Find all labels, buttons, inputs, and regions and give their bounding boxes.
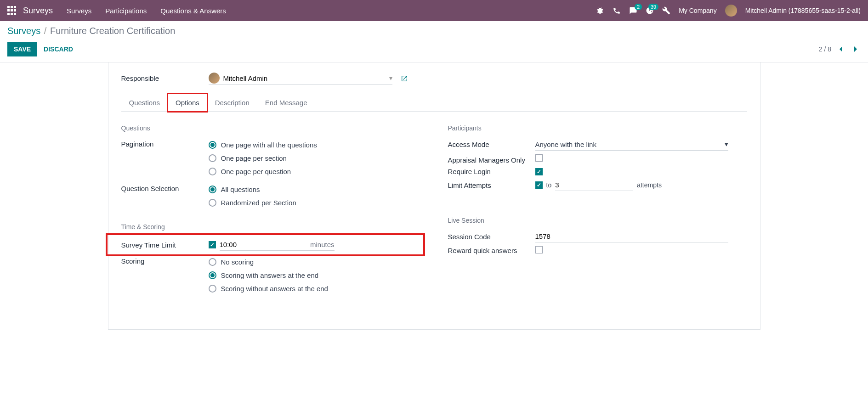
tab-content-options: Questions Pagination One page with all t… [121, 112, 747, 311]
action-bar: SAVE DISCARD 2 / 8 [0, 39, 868, 62]
tab-description[interactable]: Description [207, 94, 257, 112]
menu-participations[interactable]: Participations [105, 7, 147, 15]
user-avatar[interactable] [725, 5, 737, 17]
time-limit-checkbox[interactable] [209, 241, 216, 248]
nav-right: 2 39 My Company Mitchell Admin (17885655… [596, 5, 861, 17]
session-code-input[interactable] [535, 231, 728, 242]
qselection-random[interactable]: Randomized per Section [209, 196, 420, 209]
scoring-without-answers[interactable]: Scoring without answers at the end [209, 282, 420, 295]
phone-icon[interactable] [613, 6, 621, 15]
form-sheet: Responsible ▾ Questions Options Descript… [108, 62, 760, 330]
menu-surveys[interactable]: Surveys [67, 7, 91, 15]
activities-icon[interactable]: 39 [646, 6, 654, 15]
pager-prev[interactable] [836, 44, 846, 54]
tab-end-message[interactable]: End Message [257, 94, 315, 112]
breadcrumb-bar: Surveys / Furniture Creation Certificati… [0, 21, 868, 39]
appraisal-checkbox[interactable] [535, 154, 543, 162]
responsible-input[interactable]: ▾ [209, 72, 392, 85]
section-time-scoring-title: Time & Scoring [121, 223, 420, 231]
pagination-option-section[interactable]: One page per section [209, 152, 420, 165]
section-participants-title: Participants [448, 124, 747, 132]
access-mode-label: Access Mode [448, 141, 535, 148]
messages-badge: 2 [635, 4, 642, 10]
section-questions-title: Questions [121, 124, 420, 132]
debug-icon[interactable] [596, 6, 604, 15]
main-menu: Surveys Participations Questions & Answe… [67, 7, 226, 15]
responsible-label: Responsible [121, 74, 209, 82]
require-login-label: Require Login [448, 168, 535, 175]
messages-icon[interactable]: 2 [629, 6, 637, 15]
tools-icon[interactable] [662, 6, 670, 15]
discard-button[interactable]: DISCARD [44, 45, 73, 53]
time-limit-unit: minutes [310, 241, 335, 248]
access-mode-select[interactable]: Anyone with the link ▾ [535, 138, 728, 151]
limit-attempts-prefix: to [546, 181, 552, 189]
company-name[interactable]: My Company [679, 7, 716, 14]
breadcrumb-separator: / [44, 26, 47, 36]
breadcrumb-root[interactable]: Surveys [7, 26, 40, 36]
external-link-icon[interactable] [401, 75, 408, 82]
chevron-down-icon: ▾ [725, 140, 728, 148]
breadcrumb-current: Furniture Creation Certification [50, 26, 175, 36]
breadcrumb: Surveys / Furniture Creation Certificati… [7, 26, 175, 36]
time-limit-input[interactable] [220, 239, 266, 250]
menu-questions-answers[interactable]: Questions & Answers [160, 7, 226, 15]
responsible-text[interactable] [223, 74, 389, 82]
scoring-with-answers[interactable]: Scoring with answers at the end [209, 269, 420, 282]
reward-label: Reward quick answers [448, 247, 535, 254]
chevron-down-icon[interactable]: ▾ [389, 74, 392, 82]
pager-text: 2 / 8 [819, 45, 831, 53]
require-login-checkbox[interactable] [535, 168, 543, 175]
scoring-none[interactable]: No scoring [209, 255, 420, 269]
scoring-label: Scoring [121, 255, 209, 265]
appraisal-label: Appraisal Managers Only [448, 154, 535, 164]
question-selection-label: Question Selection [121, 183, 209, 192]
limit-attempts-label: Limit Attempts [448, 181, 535, 189]
user-name[interactable]: Mitchell Admin (17885655-saas-15-2-all) [745, 7, 861, 14]
responsible-field: Responsible ▾ [121, 72, 747, 85]
activities-badge: 39 [648, 4, 658, 10]
tab-questions[interactable]: Questions [121, 94, 168, 112]
time-limit-row: Survey Time Limit minutes [121, 237, 420, 253]
pagination-label: Pagination [121, 138, 209, 148]
limit-attempts-checkbox[interactable] [535, 181, 543, 189]
limit-attempts-input[interactable] [555, 179, 633, 191]
session-code-label: Session Code [448, 233, 535, 241]
limit-attempts-suffix: attempts [637, 181, 662, 189]
responsible-avatar [209, 73, 220, 84]
qselection-all[interactable]: All questions [209, 183, 420, 196]
save-button[interactable]: SAVE [7, 42, 37, 56]
section-live-session-title: Live Session [448, 217, 747, 224]
apps-icon[interactable] [7, 6, 17, 15]
pager: 2 / 8 [819, 44, 861, 54]
reward-checkbox[interactable] [535, 246, 543, 253]
top-navbar: Surveys Surveys Participations Questions… [0, 0, 868, 21]
app-name: Surveys [23, 6, 53, 16]
tabs: Questions Options Description End Messag… [121, 93, 747, 112]
pager-next[interactable] [851, 44, 861, 54]
tab-options[interactable]: Options [168, 94, 207, 112]
time-limit-label: Survey Time Limit [121, 241, 209, 249]
pagination-option-all[interactable]: One page with all the questions [209, 138, 420, 152]
pagination-option-question[interactable]: One page per question [209, 165, 420, 178]
